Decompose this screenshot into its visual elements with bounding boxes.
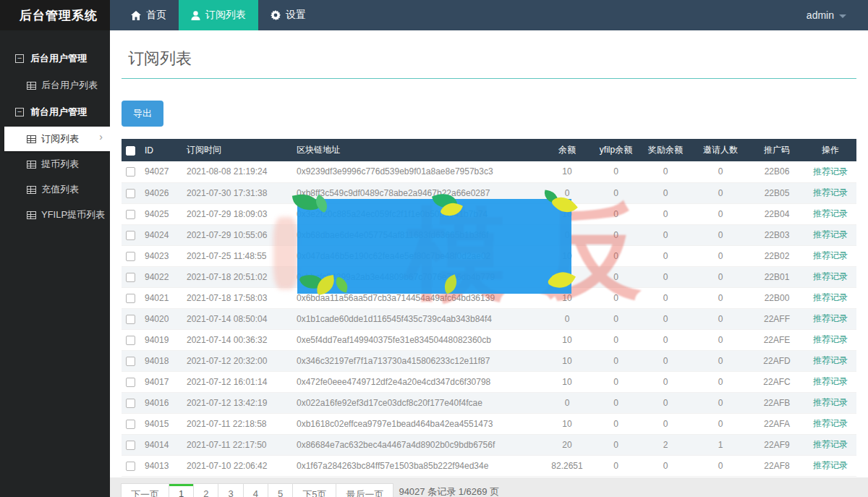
cell-id: 94021 [140, 287, 182, 308]
cell-id: 94015 [140, 413, 182, 434]
table-row: 94026 2021-07-30 17:31:38 0xb8ff3c549c9d… [122, 182, 856, 203]
page-title: 订阅列表 [128, 48, 856, 69]
row-checkbox[interactable] [126, 378, 135, 387]
sidebar-item-withdraw-list[interactable]: 提币列表 [0, 152, 110, 177]
row-checkbox[interactable] [126, 294, 135, 303]
sidebar-item-yfilp-withdraw-list[interactable]: YFILP提币列表 [0, 203, 110, 227]
recommend-record-link[interactable]: 推荐记录 [813, 418, 848, 428]
sidebar-item-recharge-list[interactable]: 充值列表 [0, 177, 110, 202]
cell-id: 94014 [140, 434, 182, 455]
recommend-record-link[interactable]: 推荐记录 [813, 271, 848, 281]
user-menu[interactable]: admin [807, 0, 846, 30]
cell-address: 0xb1618c02effcea9797e1bead464ba42ea45514… [292, 413, 542, 434]
cell-time: 2021-07-25 11:48:55 [182, 245, 292, 266]
cell-code: 22AFA [749, 413, 804, 434]
page-button[interactable]: 下5页 [292, 483, 336, 497]
chevron-right-icon: › [99, 131, 103, 143]
row-checkbox[interactable] [126, 357, 135, 366]
recommend-record-link[interactable]: 推荐记录 [813, 439, 848, 449]
cell-invites: 0 [692, 182, 749, 203]
cell-yfilp: 0 [592, 392, 639, 413]
sidebar-item-subscription-list[interactable]: 订阅列表 › [4, 127, 110, 151]
cell-address: 0x346c32197ef7f1a713730a415806233c12e11f… [292, 350, 542, 371]
row-checkbox[interactable] [126, 441, 135, 450]
nav-item-settings[interactable]: 设置 [258, 0, 318, 30]
cell-id: 94013 [140, 455, 182, 476]
row-checkbox[interactable] [126, 336, 135, 345]
recommend-record-link[interactable]: 推荐记录 [813, 397, 848, 407]
nav-item-home[interactable]: 首页 [119, 0, 179, 30]
page-button[interactable]: 1 [169, 483, 194, 497]
cell-address: 0x9239df3e9996c776d539eb9f01a8ae8e7957b3… [292, 161, 542, 182]
page-button[interactable]: 2 [193, 483, 218, 497]
col-header-id: ID [140, 139, 182, 161]
page-button[interactable]: 3 [218, 483, 243, 497]
cell-id: 94017 [140, 371, 182, 392]
recommend-record-link[interactable]: 推荐记录 [813, 187, 848, 197]
row-checkbox[interactable] [126, 315, 135, 324]
cell-id: 94027 [140, 161, 182, 182]
cell-time: 2021-07-18 20:51:02 [182, 266, 292, 287]
recommend-record-link[interactable]: 推荐记录 [813, 334, 848, 344]
recommend-record-link[interactable]: 推荐记录 [813, 376, 848, 386]
nav-item-label: 首页 [146, 9, 166, 22]
cell-reward: 0 [639, 308, 692, 329]
row-checkbox[interactable] [126, 462, 135, 471]
sidebar-item-label: 充值列表 [41, 183, 79, 196]
cell-time: 2021-07-12 20:32:00 [182, 350, 292, 371]
sidebar-item-backend-user-list[interactable]: 后台用户列表 [0, 73, 110, 98]
table-row: 94016 2021-07-12 13:42:19 0x022a16fe92ef… [122, 392, 856, 413]
cell-code: 22AFB [749, 392, 804, 413]
export-button[interactable]: 导出 [122, 101, 163, 127]
cell-code: 22B06 [749, 161, 804, 182]
cell-code: 22AFF [749, 308, 804, 329]
page-button[interactable]: 4 [243, 483, 268, 497]
row-checkbox[interactable] [126, 167, 135, 177]
sidebar-group-backend-users[interactable]: − 后台用户管理 [0, 45, 110, 72]
recommend-record-link[interactable]: 推荐记录 [813, 313, 848, 323]
col-header-reward: 奖励余额 [639, 139, 692, 161]
row-checkbox[interactable] [126, 420, 135, 429]
sidebar-group-frontend-users[interactable]: − 前台用户管理 [0, 98, 110, 126]
row-checkbox[interactable] [126, 189, 135, 198]
cell-id: 94024 [140, 224, 182, 245]
pagination-buttons: 下一页12345下5页最后一页 [122, 483, 393, 497]
cell-time: 2021-07-14 00:36:32 [182, 329, 292, 350]
cell-id: 94019 [140, 329, 182, 350]
row-checkbox[interactable] [126, 210, 135, 219]
row-checkbox[interactable] [126, 399, 135, 408]
cell-reward: 0 [639, 245, 692, 266]
cell-reward: 0 [639, 413, 692, 434]
select-all-checkbox[interactable] [126, 146, 135, 156]
table-row: 94027 2021-08-08 21:19:24 0x9239df3e9996… [122, 161, 856, 182]
table-list-icon [27, 186, 36, 194]
cell-invites: 0 [692, 224, 749, 245]
home-icon [131, 11, 141, 20]
page-button[interactable]: 下一页 [121, 483, 169, 497]
row-checkbox[interactable] [126, 231, 135, 240]
cell-balance: 82.2651 [542, 455, 592, 476]
cell-yfilp: 0 [592, 371, 639, 392]
recommend-record-link[interactable]: 推荐记录 [813, 460, 848, 470]
cell-balance: 0 [542, 308, 592, 329]
app-brand: 后台管理系统 [0, 0, 110, 30]
pagination-summary: 94027 条记录 1/6269 页 [399, 483, 499, 497]
row-checkbox[interactable] [126, 252, 135, 261]
col-header-balance: 余额 [542, 139, 592, 161]
nav-item-label: 设置 [286, 9, 306, 22]
row-checkbox[interactable] [126, 273, 135, 282]
recommend-record-link[interactable]: 推荐记录 [813, 250, 848, 260]
nav-item-subscriptions[interactable]: 订阅列表 [179, 0, 258, 30]
recommend-record-link[interactable]: 推荐记录 [813, 292, 848, 302]
cell-reward: 0 [639, 203, 692, 224]
cell-invites: 0 [692, 392, 749, 413]
recommend-record-link[interactable]: 推荐记录 [813, 229, 848, 239]
cell-balance: 20 [542, 434, 592, 455]
recommend-record-link[interactable]: 推荐记录 [813, 208, 848, 218]
cell-reward: 0 [639, 266, 692, 287]
recommend-record-link[interactable]: 推荐记录 [813, 166, 848, 177]
recommend-record-link[interactable]: 推荐记录 [813, 355, 848, 365]
cell-reward: 0 [639, 371, 692, 392]
page-button[interactable]: 最后一页 [336, 483, 393, 497]
page-button[interactable]: 5 [268, 483, 293, 497]
